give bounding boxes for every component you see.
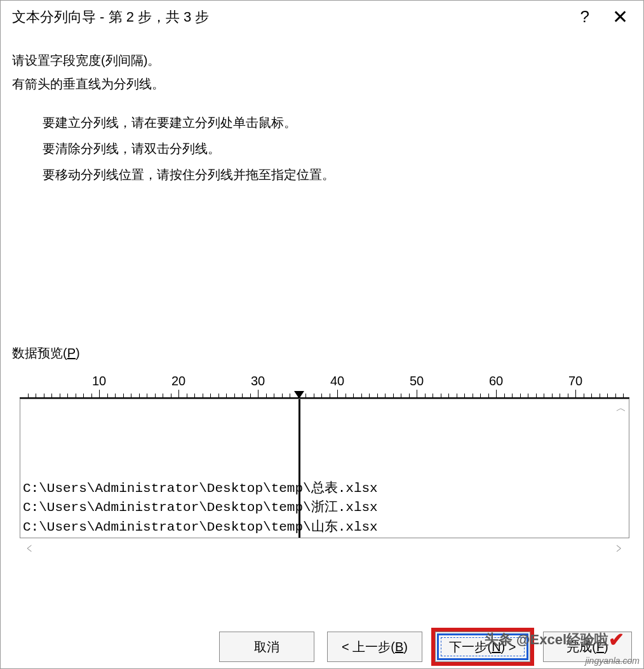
ruler-minor-tick	[520, 394, 521, 399]
ruler-minor-tick	[218, 394, 219, 399]
scroll-right-icon[interactable]: ﹥	[613, 540, 626, 557]
scroll-up-icon[interactable]: ︿	[616, 402, 626, 416]
ruler-minor-tick	[274, 394, 274, 399]
ruler-minor-tick	[480, 394, 481, 399]
ruler-minor-tick	[60, 394, 60, 399]
preview-row: C:\Users\Administrator\Desktop\temp\江苏.x…	[23, 537, 624, 538]
ruler-minor-tick	[377, 394, 378, 399]
ruler-minor-tick	[314, 394, 314, 399]
ruler-minor-tick	[266, 394, 267, 399]
ruler-minor-tick	[457, 394, 457, 399]
ruler-minor-tick	[28, 394, 29, 399]
ruler-minor-tick	[353, 394, 354, 399]
ruler-tick-label: 20	[171, 374, 185, 388]
ruler-major-tick	[258, 390, 258, 399]
ruler-minor-tick	[123, 394, 124, 399]
ruler-minor-tick	[536, 394, 537, 399]
ruler-minor-tick	[615, 394, 616, 399]
instruction-block: 要建立分列线，请在要建立分列处单击鼠标。 要清除分列线，请双击分列线。 要移动分…	[12, 99, 632, 192]
ruler-tick-label: 10	[92, 374, 106, 388]
horizontal-scrollbar[interactable]: ﹤ ﹥	[20, 538, 629, 558]
intro-line-2: 有箭头的垂直线为分列线。	[12, 76, 632, 93]
ruler-minor-tick	[203, 394, 203, 399]
ruler-minor-tick	[409, 394, 410, 399]
close-icon[interactable]: ✕	[612, 8, 628, 27]
ruler-minor-tick	[600, 394, 600, 399]
ruler-minor-tick	[147, 394, 147, 399]
ruler-minor-tick	[242, 394, 243, 399]
ruler-minor-tick	[163, 394, 163, 399]
ruler-minor-tick	[139, 394, 140, 399]
ruler-minor-tick	[76, 394, 76, 399]
finish-button[interactable]: 完成(F)	[543, 632, 632, 662]
preview-row: C:\Users\Administrator\Desktop\temp\浙江.x…	[23, 498, 624, 517]
ruler-major-tick	[575, 390, 576, 399]
ruler-wrap: 10203040506070 ︿ C:\Users\Administrator\…	[12, 366, 632, 558]
instruction-create: 要建立分列线，请在要建立分列处单击鼠标。	[43, 114, 632, 131]
ruler-minor-tick	[528, 394, 528, 399]
ruler-minor-tick	[568, 394, 568, 399]
instruction-clear: 要清除分列线，请双击分列线。	[43, 140, 632, 157]
title-controls: ? ✕	[580, 7, 636, 27]
ruler-minor-tick	[155, 394, 156, 399]
ruler-minor-tick	[36, 394, 36, 399]
ruler-minor-tick	[210, 394, 211, 399]
ruler-minor-tick	[552, 394, 553, 399]
ruler[interactable]: 10203040506070	[20, 371, 629, 399]
ruler-minor-tick	[393, 394, 394, 399]
preview-row: C:\Users\Administrator\Desktop\temp\总表.x…	[23, 479, 624, 498]
data-preview[interactable]: ︿ C:\Users\Administrator\Desktop\temp\总表…	[20, 399, 629, 538]
ruler-minor-tick	[91, 394, 92, 399]
column-break-line[interactable]	[299, 399, 300, 538]
scroll-left-icon[interactable]: ﹤	[23, 540, 36, 557]
ruler-minor-tick	[385, 394, 386, 399]
ruler-minor-tick	[560, 394, 560, 399]
ruler-minor-tick	[591, 394, 592, 399]
button-row: 取消 < 上一步(B) 下一步(N) > 完成(F)	[1, 621, 643, 668]
dialog-title: 文本分列向导 - 第 2 步，共 3 步	[12, 8, 580, 27]
ruler-minor-tick	[504, 394, 505, 399]
cancel-button[interactable]: 取消	[219, 632, 314, 662]
ruler-minor-tick	[345, 394, 346, 399]
ruler-minor-tick	[488, 394, 489, 399]
intro-line-1: 请设置字段宽度(列间隔)。	[12, 52, 632, 69]
ruler-tick-label: 40	[330, 374, 344, 388]
ruler-minor-tick	[290, 394, 290, 399]
ruler-minor-tick	[473, 394, 473, 399]
ruler-minor-tick	[441, 394, 441, 399]
ruler-minor-tick	[83, 394, 84, 399]
ruler-minor-tick	[607, 394, 608, 399]
ruler-major-tick	[417, 390, 417, 399]
ruler-minor-tick	[226, 394, 227, 399]
ruler-minor-tick	[433, 394, 433, 399]
ruler-minor-tick	[305, 394, 306, 399]
ruler-major-tick	[496, 390, 497, 399]
ruler-minor-tick	[330, 394, 330, 399]
ruler-minor-tick	[584, 394, 584, 399]
ruler-minor-tick	[425, 394, 426, 399]
ruler-minor-tick	[187, 394, 187, 399]
ruler-minor-tick	[171, 394, 171, 399]
ruler-minor-tick	[401, 394, 401, 399]
break-arrow-icon[interactable]	[294, 391, 304, 399]
preview-label: 数据预览(P)	[12, 345, 632, 362]
ruler-tick-label: 30	[251, 374, 265, 388]
back-button[interactable]: < 上一步(B)	[327, 632, 422, 662]
next-button[interactable]: 下一步(N) >	[435, 632, 530, 662]
ruler-major-tick	[178, 390, 179, 399]
ruler-minor-tick	[448, 394, 449, 399]
ruler-minor-tick	[107, 394, 108, 399]
ruler-minor-tick	[131, 394, 131, 399]
ruler-major-tick	[337, 390, 338, 399]
ruler-minor-tick	[282, 394, 283, 399]
intro-text: 请设置字段宽度(列间隔)。 有箭头的垂直线为分列线。	[12, 50, 632, 99]
ruler-minor-tick	[464, 394, 465, 399]
ruler-minor-tick	[51, 394, 52, 399]
ruler-major-tick	[99, 390, 100, 399]
ruler-minor-tick	[250, 394, 251, 399]
ruler-minor-tick	[234, 394, 235, 399]
instruction-move: 要移动分列线位置，请按住分列线并拖至指定位置。	[43, 166, 632, 183]
dialog-content: 请设置字段宽度(列间隔)。 有箭头的垂直线为分列线。 要建立分列线，请在要建立分…	[1, 34, 643, 621]
help-icon[interactable]: ?	[580, 7, 589, 27]
wizard-dialog: 文本分列向导 - 第 2 步，共 3 步 ? ✕ 请设置字段宽度(列间隔)。 有…	[0, 0, 644, 669]
